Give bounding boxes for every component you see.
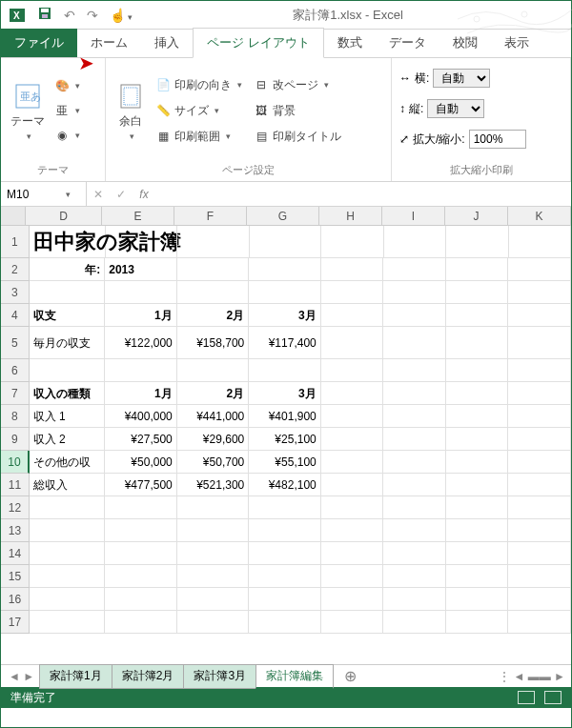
cell-D7[interactable]: 収入の種類 bbox=[30, 382, 105, 405]
cell-I10[interactable] bbox=[383, 451, 446, 474]
orientation-button[interactable]: 📄印刷の向き▾ bbox=[152, 75, 246, 95]
cell-H1[interactable] bbox=[321, 226, 384, 258]
cell-I17[interactable] bbox=[383, 611, 446, 634]
cell-D9[interactable]: 収入 2 bbox=[30, 428, 105, 451]
cell-D8[interactable]: 収入 1 bbox=[30, 405, 105, 428]
row-header-12[interactable]: 12 bbox=[1, 496, 30, 519]
cell-H15[interactable] bbox=[321, 565, 384, 588]
cell-D15[interactable] bbox=[30, 565, 105, 588]
size-button[interactable]: 📏サイズ▾ bbox=[152, 101, 223, 121]
row-header-6[interactable]: 6 bbox=[1, 359, 30, 382]
cell-G7[interactable]: 3月 bbox=[249, 382, 321, 405]
cell-I3[interactable] bbox=[383, 281, 446, 304]
cell-F4[interactable]: 2月 bbox=[177, 304, 250, 327]
tab-file[interactable]: ファイル bbox=[1, 29, 77, 57]
cell-H8[interactable] bbox=[321, 405, 384, 428]
cancel-icon[interactable]: ✕ bbox=[87, 188, 110, 201]
cell-E16[interactable] bbox=[105, 588, 177, 611]
col-header-I[interactable]: I bbox=[382, 207, 445, 225]
cell-I16[interactable] bbox=[383, 588, 446, 611]
cell-H11[interactable] bbox=[321, 474, 384, 496]
col-header-G[interactable]: G bbox=[247, 207, 319, 225]
cell-K15[interactable] bbox=[508, 565, 571, 588]
col-header-F[interactable]: F bbox=[174, 207, 247, 225]
themes-button[interactable]: 亜あ テーマ▾ bbox=[9, 79, 47, 143]
formula-input[interactable] bbox=[155, 187, 571, 201]
cell-F16[interactable] bbox=[177, 588, 250, 611]
view-normal-icon[interactable] bbox=[518, 691, 535, 704]
tab-nav[interactable]: ◄ ► bbox=[9, 670, 34, 683]
cell-I6[interactable] bbox=[383, 359, 446, 382]
cell-F1[interactable] bbox=[177, 226, 249, 258]
cell-G3[interactable] bbox=[249, 281, 321, 304]
cell-J17[interactable] bbox=[446, 611, 509, 634]
tab-pagelayout[interactable]: ページ レイアウト bbox=[193, 28, 324, 58]
row-header-16[interactable]: 16 bbox=[1, 588, 30, 611]
cell-F17[interactable] bbox=[177, 611, 250, 634]
cell-K12[interactable] bbox=[508, 496, 571, 519]
cell-K14[interactable] bbox=[508, 542, 571, 565]
cell-D1[interactable]: 田中家の家計簿 bbox=[30, 226, 106, 258]
cell-F15[interactable] bbox=[177, 565, 250, 588]
cell-I8[interactable] bbox=[383, 405, 446, 428]
row-header-7[interactable]: 7 bbox=[1, 382, 30, 405]
cell-D16[interactable] bbox=[30, 588, 105, 611]
cell-F14[interactable] bbox=[177, 542, 250, 565]
cell-H2[interactable] bbox=[321, 258, 384, 281]
cell-K17[interactable] bbox=[508, 611, 571, 634]
save-icon[interactable] bbox=[37, 6, 52, 24]
cell-F8[interactable]: ¥441,000 bbox=[177, 405, 250, 428]
height-select[interactable]: 自動 bbox=[427, 99, 484, 118]
cell-F12[interactable] bbox=[177, 496, 250, 519]
row-header-13[interactable]: 13 bbox=[1, 519, 30, 542]
cell-H12[interactable] bbox=[321, 496, 384, 519]
cell-E7[interactable]: 1月 bbox=[105, 382, 177, 405]
hscroll[interactable]: ⋮ ◄ ▬▬ ► bbox=[368, 670, 571, 683]
row-header-3[interactable]: 3 bbox=[1, 281, 30, 304]
col-header-K[interactable]: K bbox=[508, 207, 571, 225]
cell-E8[interactable]: ¥400,000 bbox=[105, 405, 177, 428]
cell-K13[interactable] bbox=[508, 519, 571, 542]
add-sheet-button[interactable]: ⊕ bbox=[333, 667, 368, 685]
cell-H5[interactable] bbox=[321, 327, 384, 359]
cell-H6[interactable] bbox=[321, 359, 384, 382]
cell-J9[interactable] bbox=[446, 428, 509, 451]
cell-H13[interactable] bbox=[321, 519, 384, 542]
row-header-17[interactable]: 17 bbox=[1, 611, 30, 634]
margins-button[interactable]: 余白▾ bbox=[113, 79, 148, 143]
cell-H7[interactable] bbox=[321, 382, 384, 405]
cell-E2[interactable]: 2013 bbox=[105, 258, 177, 281]
cell-E15[interactable] bbox=[105, 565, 177, 588]
cell-I11[interactable] bbox=[383, 474, 446, 496]
cell-K8[interactable] bbox=[508, 405, 571, 428]
cell-E12[interactable] bbox=[105, 496, 177, 519]
cell-D11[interactable]: 総収入 bbox=[30, 474, 105, 496]
cell-J13[interactable] bbox=[446, 519, 509, 542]
cell-K1[interactable] bbox=[509, 226, 571, 258]
cell-K16[interactable] bbox=[508, 588, 571, 611]
cell-J3[interactable] bbox=[446, 281, 509, 304]
effects-button[interactable]: ◉▾ bbox=[51, 126, 84, 145]
cell-J6[interactable] bbox=[446, 359, 509, 382]
cell-E14[interactable] bbox=[105, 542, 177, 565]
row-header-11[interactable]: 11 bbox=[1, 474, 30, 496]
background-button[interactable]: 🖼背景 bbox=[250, 101, 299, 121]
cell-K7[interactable] bbox=[508, 382, 571, 405]
cell-E3[interactable] bbox=[105, 281, 177, 304]
cell-H10[interactable] bbox=[321, 451, 384, 474]
cell-D10[interactable]: その他の収入 bbox=[30, 451, 105, 474]
select-all-corner[interactable] bbox=[1, 207, 26, 225]
cell-G2[interactable] bbox=[249, 258, 321, 281]
cell-I9[interactable] bbox=[383, 428, 446, 451]
cell-H14[interactable] bbox=[321, 542, 384, 565]
col-header-J[interactable]: J bbox=[445, 207, 508, 225]
cell-J1[interactable] bbox=[446, 226, 509, 258]
cell-G9[interactable]: ¥25,100 bbox=[249, 428, 321, 451]
fx-icon[interactable]: fx bbox=[133, 188, 155, 201]
cell-G15[interactable] bbox=[249, 565, 321, 588]
cell-F10[interactable]: ¥50,700 bbox=[177, 451, 250, 474]
cell-G5[interactable]: ¥117,400 bbox=[249, 327, 321, 359]
cell-H3[interactable] bbox=[321, 281, 384, 304]
fonts-button[interactable]: 亜▾ bbox=[51, 101, 84, 120]
cell-I15[interactable] bbox=[383, 565, 446, 588]
